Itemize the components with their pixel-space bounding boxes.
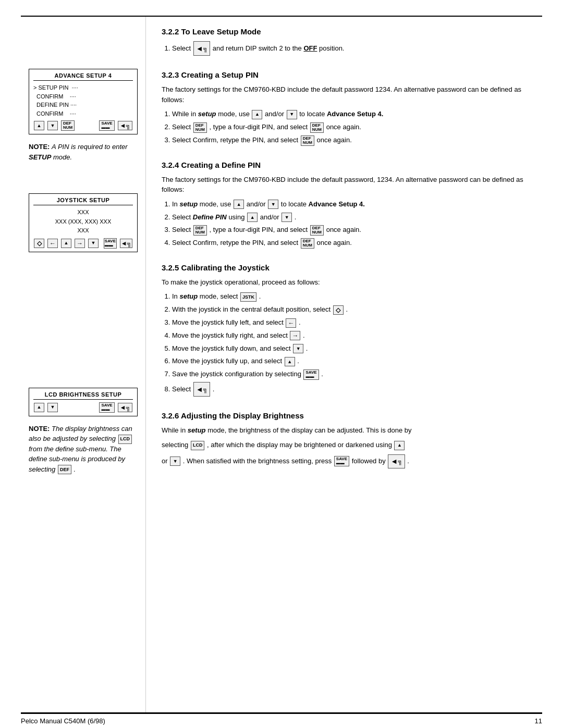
section-324-body: The factory settings for the CM9760-KBD …: [162, 175, 527, 195]
step-325-6b: .: [297, 357, 299, 365]
def-num-btn-324a: DEFNUM: [193, 225, 207, 236]
step-323-2c: once again.: [326, 123, 361, 131]
joy-down-icon: ▼: [88, 239, 99, 248]
up-btn-323: ▲: [252, 110, 262, 119]
setup-word-325: setup: [179, 292, 198, 300]
body3c: followed by: [352, 456, 388, 464]
joy-up-icon: ▲: [61, 239, 71, 248]
right-btn: →: [290, 331, 300, 340]
step-324-4: Select Confirm, retype the PIN, and sele…: [172, 238, 527, 249]
step-324-4a: Select Confirm, retype the PIN, and sele…: [172, 239, 300, 246]
footer-left: Pelco Manual C540M (6/98): [21, 717, 105, 725]
step-324-3: Select DEFNUM , type a four-digit PIN, a…: [172, 225, 527, 236]
step-323-3b: once again.: [317, 136, 352, 144]
joy-line2: XXX (XXX, XXX) XXX: [33, 217, 133, 227]
body1c: mode, the brightness of the display can …: [207, 426, 411, 434]
down-btn-326: ▼: [170, 456, 180, 466]
step-324-3c: once again.: [326, 226, 361, 233]
step-323-3a: Select Confirm, retype the PIN, and sele…: [172, 136, 300, 144]
lcd-panel-title: LCD BRIGHTNESS SETUP: [33, 391, 133, 400]
step-325-4a: Move the joystick fully right, and selec…: [172, 331, 289, 339]
def-num-btn-323b: DEFNUM: [310, 122, 324, 133]
enter-322: ╗: [203, 44, 208, 54]
joy-save-icon: SAVE▬▬: [104, 238, 117, 249]
down-key-icon: ▼: [47, 121, 58, 130]
advance-setup-section: ADVANCE SETUP 4 > SETUP PIN ···· CONFIRM…: [29, 69, 138, 162]
step-324-3b: , type a four-digit PIN, and select: [210, 226, 310, 233]
section-324-title: 3.2.4 Creating a Define PIN: [162, 161, 527, 169]
step-325-8b: .: [213, 385, 215, 393]
section-323-body: The factory settings for the CM9760-KBD …: [162, 84, 527, 105]
note-323-text: NOTE: A PIN is required to enter SETUP m…: [29, 142, 138, 162]
setup-word-323: setup: [198, 110, 216, 118]
lcd-up-icon: ▲: [34, 403, 44, 412]
step-323-1e: to locate: [299, 110, 327, 118]
section-326-title: 3.2.6 Adjusting the Display Brightness: [162, 411, 527, 420]
step-322-1d: position.: [319, 44, 344, 52]
advance-setup-icons: ▲ ▼ DEFNUM SAVE▬▬ ◄╗: [33, 120, 133, 131]
content-area: ADVANCE SETUP 4 > SETUP PIN ···· CONFIRM…: [21, 16, 542, 713]
step-323-1a: While in: [172, 110, 198, 118]
step-325-1a: In: [172, 292, 179, 300]
joy-enter-icon: ◄╗: [120, 239, 132, 248]
lcd-icons: ▲ ▼ SAVE▬▬ ◄╗: [33, 402, 133, 413]
step-325-8a: Select: [172, 385, 193, 393]
joy-line3: XXX: [33, 226, 133, 236]
step-324-2c: using: [228, 213, 247, 221]
footer: Pelco Manual C540M (6/98) 11: [21, 713, 542, 728]
section-325-steps: In setup mode, select JSTK . With the jo…: [172, 291, 527, 397]
left-panel: ADVANCE SETUP 4 > SETUP PIN ···· CONFIRM…: [21, 17, 146, 712]
joystick-panel: JOYSTICK SETUP XXX XXX (XXX, XXX) XXX XX…: [29, 193, 138, 252]
right-panel: 3.2.2 To Leave Setup Mode Select ◄ ╗ and…: [146, 17, 542, 712]
def-num-key-icon: DEFNUM: [61, 120, 75, 131]
note-326-text: NOTE: The display brightness can also be…: [29, 424, 138, 475]
section-324-steps: In setup mode, use ▲ and/or ▼ to locate …: [172, 199, 527, 249]
menu-confirm1: CONFIRM ····: [33, 92, 133, 101]
advance-setup-ref-324: Advance Setup 4.: [309, 200, 365, 208]
advance-setup-ref: Advance Setup 4.: [327, 110, 383, 118]
def-num-btn-323c: DEFNUM: [301, 135, 314, 146]
step-322-1: Select ◄ ╗ and return DIP switch 2 to th…: [172, 41, 527, 56]
step-323-2a: Select: [172, 123, 193, 131]
step-325-5: Move the joystick fully down, and select…: [172, 343, 527, 354]
down-btn-325: ▼: [293, 344, 303, 353]
save-btn-326: SAVE▬▬: [334, 456, 349, 466]
step-325-1: In setup mode, select JSTK .: [172, 291, 527, 302]
up-btn-326: ▲: [394, 441, 405, 450]
step-324-3a: Select: [172, 226, 193, 233]
note-326-label: NOTE:: [29, 425, 50, 433]
define-pin-ref: Define PIN: [193, 213, 227, 221]
step-322-1b: and return DIP switch 2 to the: [213, 44, 302, 52]
def-num-btn-324c: DEFNUM: [301, 238, 314, 249]
step-324-2: Select Define PIN using ▲ and/or ▼ .: [172, 212, 527, 223]
step-324-4b: once again.: [317, 239, 352, 246]
advance-setup-content: > SETUP PIN ···· CONFIRM ···· DEFINE PIN…: [33, 83, 133, 118]
joy-diamond-icon: ◇: [34, 239, 44, 248]
step-323-1c: mode, use: [218, 110, 251, 118]
section-322-title: 3.2.2 To Leave Setup Mode: [162, 27, 527, 36]
step-325-3: Move the joystick fully left, and select…: [172, 317, 527, 328]
lcd-key-326: LCD: [191, 441, 205, 450]
enter-325: ╗: [203, 385, 208, 394]
lcd-enter-icon: ◄╗: [118, 403, 132, 412]
select-enter-btn-322: ◄ ╗: [193, 41, 210, 56]
body3a: or: [162, 456, 169, 464]
left-btn: ←: [286, 318, 296, 328]
step-325-5b: .: [306, 344, 308, 352]
step-323-2b: , type a four-digit PIN, and select: [210, 123, 310, 131]
joystick-display: XXX XXX (XXX, XXX) XXX XXX: [33, 208, 133, 236]
note-326-period: .: [74, 465, 76, 473]
section-325-body: To make the joystick operational, procee…: [162, 277, 527, 288]
menu-confirm2: CONFIRM ····: [33, 109, 133, 118]
save-btn-325: SAVE▬▬: [303, 369, 319, 380]
section-325: 3.2.5 Calibrating the Joystick To make t…: [162, 263, 527, 397]
step-325-6: Move the joystick fully up, and select ▲…: [172, 356, 527, 367]
step-325-1d: .: [259, 292, 261, 300]
def-num-btn-324b: DEFNUM: [310, 225, 324, 236]
arrow-322: ◄: [196, 43, 203, 54]
step-324-2e: .: [295, 213, 297, 221]
page: ADVANCE SETUP 4 > SETUP PIN ···· CONFIRM…: [0, 0, 563, 728]
note-label: NOTE:: [29, 143, 50, 151]
note-326: NOTE: The display brightness can also be…: [29, 424, 138, 475]
step-325-2a: With the joystick in the central default…: [172, 305, 333, 313]
